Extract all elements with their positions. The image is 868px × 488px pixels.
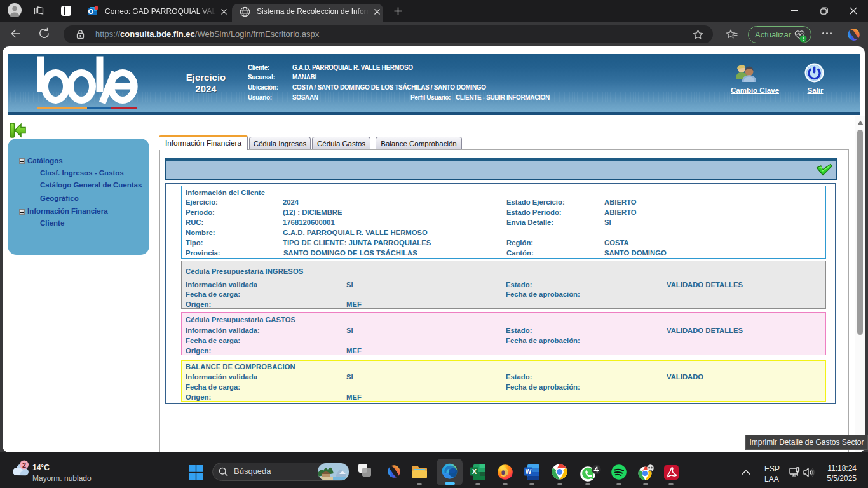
svg-text:2: 2 [22, 461, 26, 469]
svg-text:X: X [472, 468, 477, 475]
svg-text:W: W [526, 468, 532, 475]
